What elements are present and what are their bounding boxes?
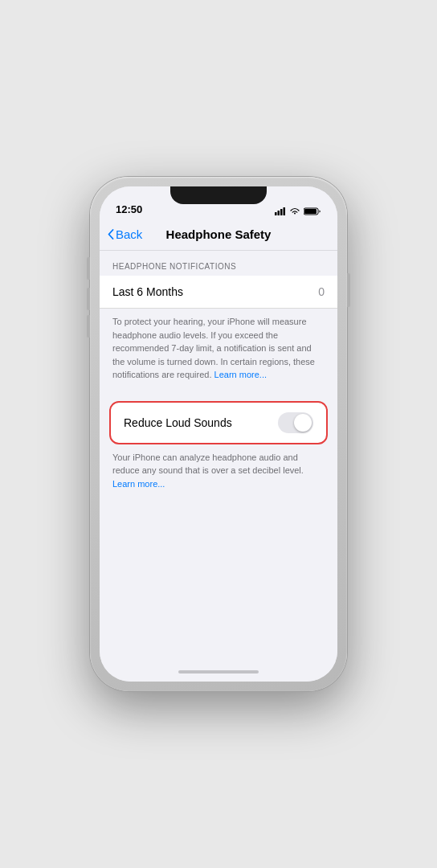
back-label: Back <box>116 227 142 241</box>
signal-icon <box>275 207 286 215</box>
home-indicator <box>100 662 337 682</box>
back-button[interactable]: Back <box>108 227 142 241</box>
svg-rect-5 <box>304 209 317 214</box>
notifications-description: To protect your hearing, your iPhone wil… <box>100 309 337 395</box>
nav-bar: Back Headphone Safety <box>100 219 337 251</box>
reduce-loud-sounds-row: Reduce Loud Sounds <box>109 401 328 444</box>
svg-rect-2 <box>280 209 283 215</box>
headphone-notifications-section: HEADPHONE NOTIFICATIONS Last 6 Months 0 … <box>100 251 337 395</box>
row-value-months: 0 <box>318 285 325 298</box>
notifications-learn-more-link[interactable]: Learn more... <box>214 370 267 379</box>
home-bar <box>178 670 259 674</box>
svg-rect-3 <box>284 207 286 215</box>
phone-frame: 12:50 <box>90 177 347 691</box>
reduce-loud-sounds-section: Reduce Loud Sounds Your iPhone can analy… <box>100 401 337 491</box>
svg-rect-0 <box>275 212 277 215</box>
reduce-sounds-learn-more-link[interactable]: Learn more... <box>112 479 165 489</box>
row-label-months: Last 6 Months <box>112 285 183 298</box>
phone-screen: 12:50 <box>100 186 337 682</box>
status-time: 12:50 <box>116 203 142 215</box>
chevron-left-icon <box>108 229 114 240</box>
battery-icon <box>304 207 321 215</box>
status-icons <box>275 207 321 215</box>
last-6-months-row[interactable]: Last 6 Months 0 <box>100 276 337 309</box>
section-header-notifications: HEADPHONE NOTIFICATIONS <box>100 251 337 276</box>
content-area: HEADPHONE NOTIFICATIONS Last 6 Months 0 … <box>100 251 337 662</box>
reduce-loud-sounds-label: Reduce Loud Sounds <box>124 416 232 429</box>
reduce-loud-sounds-toggle[interactable] <box>278 412 313 433</box>
page-title: Headphone Safety <box>166 227 272 241</box>
svg-rect-1 <box>278 211 280 215</box>
reduce-sounds-description: Your iPhone can analyze headphone audio … <box>100 444 337 491</box>
toggle-knob <box>294 414 312 432</box>
wifi-icon <box>289 207 300 215</box>
notch <box>170 186 267 204</box>
